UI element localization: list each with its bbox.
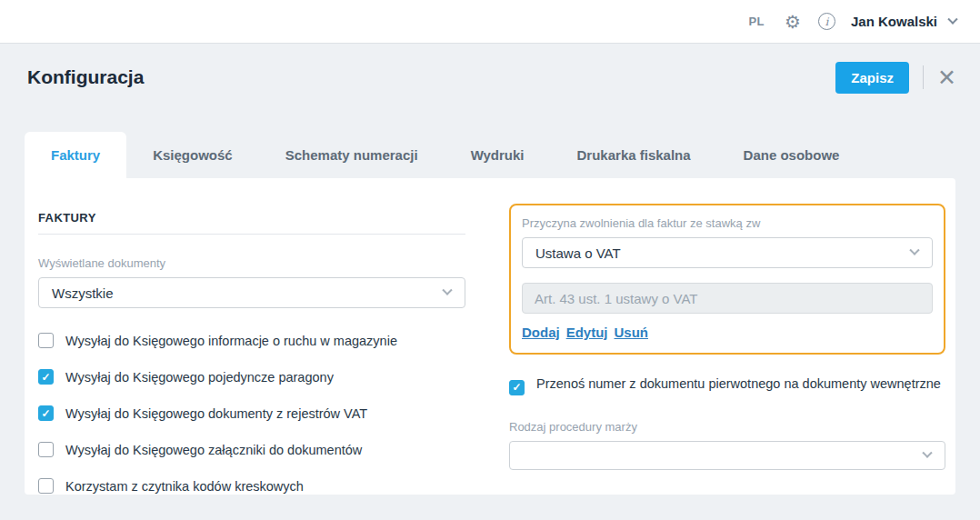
checkbox-row-paragony[interactable]: ✓ Wysyłaj do Księgowego pojedyncze parag… [38, 368, 465, 386]
checkbox-label: Wysyłaj do Księgowego informacje o ruchu… [65, 332, 397, 350]
checkbox-checked[interactable]: ✓ [509, 380, 525, 395]
config-panel: FAKTURY Wyświetlane dokumenty Wszystkie … [25, 178, 955, 495]
checkbox-unchecked[interactable] [38, 478, 54, 494]
edit-link[interactable]: Edytuj [566, 325, 608, 340]
section-title-faktury: FAKTURY [38, 204, 465, 235]
checkbox-label: Wysyłaj do Księgowego dokumenty z rejest… [65, 405, 367, 423]
topbar: PL ⚙ i Jan Kowalski [0, 0, 980, 44]
config-tabs: Faktury Księgowość Schematy numeracji Wy… [25, 132, 980, 178]
checkbox-label: Wysyłaj do Księgowego pojedyncze paragon… [65, 368, 334, 386]
checkbox-row-czytnik-kodow[interactable]: Korzystam z czytnika kodów kreskowych [38, 477, 465, 495]
chevron-down-icon [909, 245, 919, 255]
right-column: Przyczyna zwolnienia dla faktur ze stawk… [509, 204, 945, 495]
checkbox-row-rejestry-vat[interactable]: ✓ Wysyłaj do Księgowego dokumenty z reje… [38, 405, 465, 423]
exemption-label: Przyczyna zwolnienia dla faktur ze stawk… [522, 216, 933, 230]
header-divider [923, 65, 924, 89]
displayed-documents-value: Wszystkie [52, 285, 114, 301]
checkbox-checked[interactable]: ✓ [38, 369, 54, 385]
chevron-down-icon [442, 285, 452, 295]
user-name: Jan Kowalski [851, 14, 937, 29]
tab-dane-osobowe[interactable]: Dane osobowe [717, 132, 866, 178]
config-header: Konfiguracja Zapisz ✕ [0, 44, 980, 111]
tab-drukarka-fiskalna[interactable]: Drukarka fiskalna [551, 132, 717, 178]
exemption-actions: Dodaj Edytuj Usuń [522, 325, 933, 340]
checkbox-label: Korzystam z czytnika kodów kreskowych [65, 477, 304, 495]
checkbox-checked[interactable]: ✓ [38, 405, 54, 421]
add-link[interactable]: Dodaj [522, 325, 560, 340]
exemption-value: Ustawa o VAT [535, 245, 621, 261]
tab-faktury[interactable]: Faktury [25, 132, 126, 178]
chevron-down-icon [947, 14, 957, 24]
checkbox-unchecked[interactable] [38, 442, 54, 457]
user-menu[interactable]: Jan Kowalski [851, 14, 956, 29]
delete-link[interactable]: Usuń [615, 325, 649, 340]
checkbox-row-magazyn[interactable]: Wysyłaj do Księgowego informacje o ruchu… [38, 332, 465, 350]
displayed-documents-select[interactable]: Wszystkie [38, 277, 465, 308]
gear-icon[interactable]: ⚙ [785, 13, 801, 31]
exemption-highlight-box: Przyczyna zwolnienia dla faktur ze stawk… [509, 204, 945, 355]
tab-wydruki[interactable]: Wydruki [445, 132, 551, 178]
tab-ksiegowosc[interactable]: Księgowość [126, 132, 259, 178]
checkbox-unchecked[interactable] [38, 333, 54, 348]
left-column: FAKTURY Wyświetlane dokumenty Wszystkie … [38, 204, 465, 495]
margin-procedure-label: Rodzaj procedury marży [509, 420, 945, 434]
checkbox-row-zalaczniki[interactable]: Wysyłaj do Księgowego załączniki do doku… [38, 441, 465, 459]
tab-schematy-numeracji[interactable]: Schematy numeracji [259, 132, 445, 178]
checkbox-label: Wysyłaj do Księgowego załączniki do doku… [65, 441, 362, 459]
checkbox-label: Przenoś numer z dokumentu pierwotnego na… [536, 376, 941, 391]
page-title: Konfiguracja [27, 66, 835, 88]
margin-procedure-select[interactable] [509, 441, 945, 470]
exemption-select[interactable]: Ustawa o VAT [522, 237, 933, 268]
displayed-documents-label: Wyświetlane dokumenty [38, 256, 465, 270]
save-button[interactable]: Zapisz [835, 62, 909, 94]
close-icon[interactable]: ✕ [937, 66, 956, 89]
info-icon[interactable]: i [818, 13, 835, 30]
checkbox-row-przenos-numer[interactable]: ✓Przenoś numer z dokumentu pierwotnego n… [509, 375, 945, 395]
chevron-down-icon [922, 448, 932, 458]
exemption-description-input: Art. 43 ust. 1 ustawy o VAT [522, 283, 933, 314]
language-switcher[interactable]: PL [748, 15, 765, 28]
